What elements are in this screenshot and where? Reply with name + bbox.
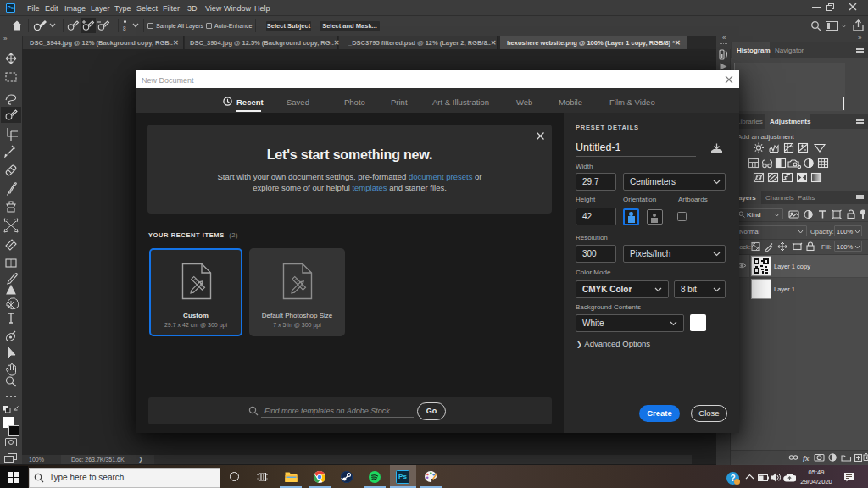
svg-text:fx: fx	[803, 454, 810, 463]
